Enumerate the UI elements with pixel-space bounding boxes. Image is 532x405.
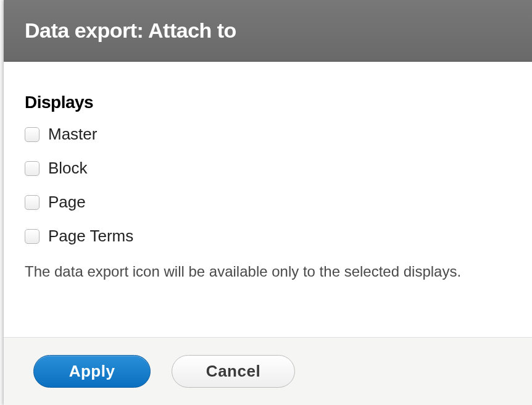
checkbox-item-page: Page [25, 193, 511, 212]
checkbox-label[interactable]: Master [48, 125, 97, 144]
dialog-data-export-attach-to: Data export: Attach to Displays Master B… [4, 0, 532, 405]
dialog-header: Data export: Attach to [4, 0, 532, 62]
checkbox-item-master: Master [25, 125, 511, 144]
section-heading-displays: Displays [25, 93, 511, 112]
checkbox-block[interactable] [25, 161, 39, 176]
displays-checkbox-list: Master Block Page Page Terms [25, 125, 511, 246]
dialog-title: Data export: Attach to [25, 19, 513, 43]
checkbox-label[interactable]: Page [48, 193, 86, 212]
checkbox-item-block: Block [25, 159, 511, 178]
checkbox-label[interactable]: Page Terms [48, 227, 133, 246]
checkbox-item-page-terms: Page Terms [25, 227, 511, 246]
dialog-footer: Apply Cancel [4, 337, 532, 405]
apply-button[interactable]: Apply [33, 355, 151, 388]
checkbox-page[interactable] [25, 195, 39, 210]
dialog-body: Displays Master Block Page Page Terms Th… [4, 62, 532, 337]
checkbox-label[interactable]: Block [48, 159, 88, 178]
cancel-button[interactable]: Cancel [172, 355, 295, 388]
checkbox-page-terms[interactable] [25, 229, 39, 244]
description-text: The data export icon will be available o… [25, 263, 511, 280]
checkbox-master[interactable] [25, 127, 39, 142]
